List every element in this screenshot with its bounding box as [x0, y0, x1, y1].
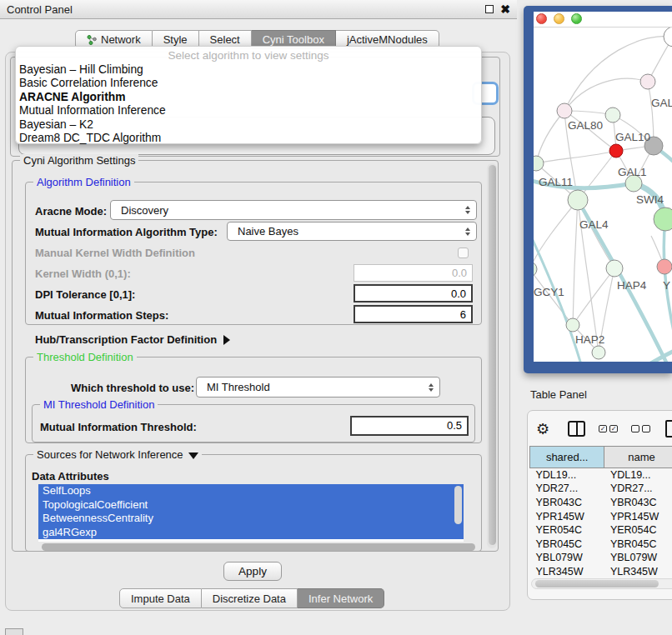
table-cell: YDR27... — [604, 482, 672, 496]
algorithm-option[interactable]: Bayesian – K2 — [16, 118, 481, 132]
attribute-item[interactable]: gal4RGexp — [38, 526, 464, 540]
algorithm-option[interactable]: Bayesian – Hill Climbing — [16, 63, 481, 77]
mi-threshold-field[interactable]: 0.5 — [350, 416, 469, 436]
table-cell: YER054C — [604, 523, 672, 538]
select-checkboxes-icon[interactable]: ✓✓ — [599, 425, 618, 432]
float-window-icon[interactable] — [485, 5, 494, 13]
expand-right-icon — [223, 335, 230, 345]
tab-label: jActiveMNodules — [347, 33, 428, 46]
minimized-panel-chip[interactable] — [5, 628, 23, 635]
settings-scrollbar-thumb[interactable] — [489, 165, 496, 545]
which-threshold-value: MI Threshold — [207, 381, 270, 393]
combo-arrows-icon — [465, 228, 470, 236]
mac-minimize-icon[interactable] — [554, 13, 564, 24]
tab-impute-data[interactable]: Impute Data — [119, 588, 202, 608]
gear-icon[interactable]: ⚙ — [536, 422, 549, 437]
table-toolbar: ⚙ ✓✓ — [536, 420, 672, 438]
mi-steps-field[interactable]: 6 — [354, 305, 473, 323]
manual-kernel-width-checkbox[interactable] — [458, 248, 469, 258]
tab-label: Style — [163, 33, 188, 46]
table-cell: YPR145W — [604, 509, 672, 523]
node-table: shared...name YDL19...YDL19...13YDR27...… — [529, 446, 672, 592]
table-hscrollbar-thumb[interactable] — [535, 580, 659, 588]
sources-title-wrap[interactable]: Sources for Network Inference — [33, 448, 202, 461]
dpi-tolerance-label: DPI Tolerance [0,1]: — [35, 288, 135, 301]
tab-label: Impute Data — [131, 592, 190, 605]
deselect-checkboxes-icon[interactable] — [631, 425, 650, 432]
node-gal4[interactable] — [568, 190, 588, 210]
aracne-mode-value: Discovery — [121, 204, 168, 217]
mi-algorithm-type-combobox[interactable]: Naive Bayes — [227, 222, 477, 241]
column-header[interactable]: name — [604, 447, 672, 468]
node-y[interactable] — [657, 259, 672, 274]
table-row[interactable]: YDL19...YDL19...13 — [530, 468, 672, 482]
attribute-item[interactable]: BetweennessCentrality — [38, 512, 464, 526]
mac-close-icon[interactable] — [536, 13, 547, 24]
algorithm-option[interactable]: ARACNE Algorithm — [16, 91, 481, 104]
node-gal[interactable] — [640, 74, 655, 89]
which-threshold-label: Which threshold to use: — [71, 382, 194, 394]
node-label: GAL10 — [615, 131, 650, 143]
aracne-mode-label: Aracne Mode: — [35, 205, 107, 218]
table-cell: YER054C — [530, 523, 604, 538]
tab-discretize-data[interactable]: Discretize Data — [202, 588, 298, 608]
network-graph[interactable]: GALGAL80GAL10GAL1GAL11SWI4GAL4GCY1HAP4YH… — [534, 28, 672, 362]
hub-definition-toggle[interactable]: Hub/Transcription Factor Definition — [35, 333, 230, 346]
node-label: GAL — [651, 97, 672, 109]
node[interactable] — [664, 28, 672, 47]
table-cell: YBR043C — [530, 496, 604, 510]
attributes-hscrollbar-thumb[interactable] — [42, 543, 475, 551]
split-column-icon[interactable] — [568, 421, 585, 437]
table-cell: YPR145W — [530, 509, 604, 523]
node-gal10[interactable] — [605, 108, 620, 122]
table-row[interactable]: YBR045CYBR045C9. — [530, 537, 672, 551]
aracne-mode-combobox[interactable]: Discovery — [110, 200, 477, 220]
column-header[interactable]: shared... — [530, 447, 604, 468]
algorithm-option[interactable]: Mutual Information Inference — [16, 104, 481, 118]
apply-button[interactable]: Apply — [223, 562, 282, 581]
node[interactable] — [592, 346, 605, 359]
node-gal1[interactable] — [609, 144, 623, 158]
attribute-item[interactable]: SelfLoops — [38, 484, 464, 498]
table-cell: YBL079W — [530, 551, 604, 565]
node-hap2[interactable] — [566, 318, 579, 332]
node-hap4[interactable] — [606, 260, 623, 277]
kernel-width-field[interactable]: 0.0 — [354, 264, 473, 282]
table-row[interactable]: YBL079WYBL079W — [530, 551, 672, 565]
file-icon[interactable] — [665, 420, 672, 438]
node-gal80[interactable] — [557, 103, 572, 118]
tab-label: Infer Network — [308, 592, 373, 605]
attributes-scrollbar-thumb[interactable] — [454, 486, 462, 524]
cyni-algorithm-settings-title: Cyni Algorithm Settings — [20, 154, 138, 167]
table-row[interactable]: YPR145WYPR145W9. — [530, 509, 672, 523]
which-threshold-combobox[interactable]: MI Threshold — [196, 377, 440, 398]
node-label: GAL80 — [568, 119, 603, 132]
data-attributes-list: SelfLoopsTopologicalCoefficientBetweenne… — [38, 484, 464, 542]
table-cell: YBR043C — [604, 496, 672, 510]
table-row[interactable]: YDR27...YDR27...12 — [530, 482, 672, 496]
close-icon[interactable]: ✖ — [500, 5, 510, 13]
mac-zoom-icon[interactable] — [571, 13, 582, 24]
table-row[interactable]: YER054CYER054C8. — [530, 523, 672, 538]
manual-kernel-width-label: Manual Kernel Width Definition — [35, 247, 195, 259]
apply-label: Apply — [238, 565, 267, 578]
dpi-tolerance-field[interactable]: 0.0 — [354, 284, 473, 302]
algorithm-option[interactable]: Basic Correlation Inference — [16, 77, 481, 90]
tab-infer-network[interactable]: Infer Network — [298, 588, 384, 608]
mi-threshold-title: MI Threshold Definition — [40, 398, 158, 411]
node-label: HAP2 — [575, 333, 604, 346]
algorithm-definition-title: Algorithm Definition — [33, 176, 134, 188]
tab-label: Cyni Toolbox — [263, 33, 324, 46]
table-cell: YBL079W — [604, 551, 672, 565]
algorithm-option[interactable]: Dream8 DC_TDC Algorithm — [16, 132, 481, 145]
node[interactable] — [654, 208, 672, 231]
table-cell: YBR045C — [530, 537, 604, 551]
table-row[interactable]: YLR345WYLR345W9. — [530, 565, 672, 579]
attribute-item[interactable]: TopologicalCoefficient — [38, 498, 464, 512]
node-gcy1[interactable] — [534, 262, 537, 277]
table-row[interactable]: YBR043CYBR043C — [530, 496, 672, 510]
tab-label: Network — [101, 33, 141, 46]
table-cell: YLR345W — [604, 565, 672, 579]
bottom-tabbar: Impute Data Discretize Data Infer Networ… — [119, 588, 384, 608]
mi-algorithm-type-label: Mutual Information Algorithm Type: — [35, 226, 218, 238]
